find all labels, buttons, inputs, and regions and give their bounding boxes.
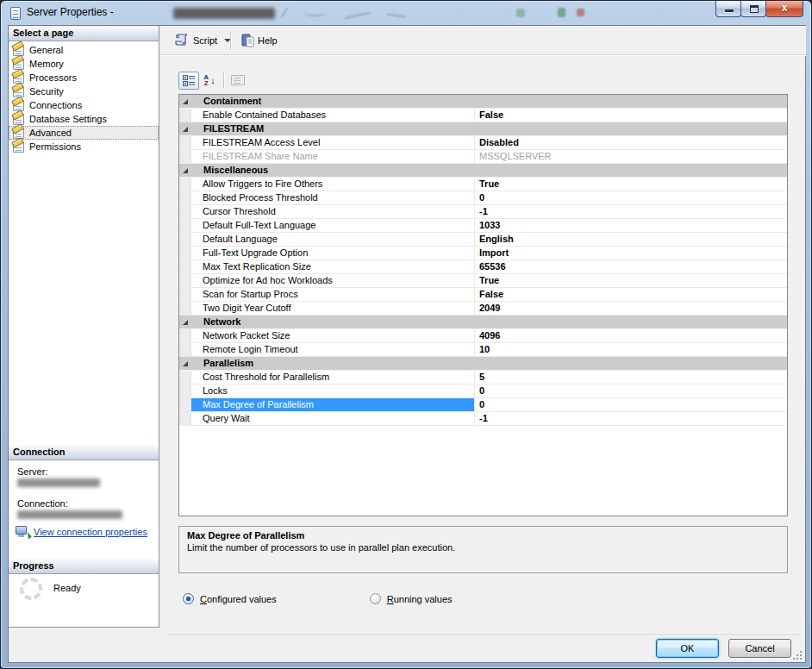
dialog-toolbar: Script Help <box>159 26 806 55</box>
property-label[interactable]: Network Packet Size <box>191 329 474 342</box>
property-row-enable-contained-databases[interactable]: Enable Contained DatabasesFalse <box>179 109 787 122</box>
property-pages-button[interactable] <box>228 72 248 90</box>
property-label[interactable]: Optimize for Ad hoc Workloads <box>191 274 474 287</box>
property-value[interactable]: 2049 <box>474 302 787 315</box>
property-value[interactable]: 0 <box>474 191 787 204</box>
property-value[interactable]: 65536 <box>474 260 787 273</box>
property-value[interactable]: Import <box>474 247 787 259</box>
sidebar-item-memory[interactable]: Memory <box>9 57 159 71</box>
property-label[interactable]: Default Full-Text Language <box>191 219 474 232</box>
collapse-triangle-icon[interactable] <box>183 127 188 132</box>
sidebar-item-advanced[interactable]: Advanced <box>9 126 159 140</box>
help-button[interactable]: Help <box>237 30 282 51</box>
property-label[interactable]: FILESTREAM Share Name <box>191 150 474 163</box>
property-value[interactable]: Disabled <box>474 136 787 149</box>
sidebar-item-general[interactable]: General <box>9 43 159 57</box>
property-label[interactable]: Max Degree of Parallelism <box>191 398 474 411</box>
property-row-locks[interactable]: Locks0 <box>179 385 787 398</box>
property-label[interactable]: Cursor Threshold <box>191 205 474 218</box>
property-value[interactable]: 10 <box>474 343 787 356</box>
collapse-triangle-icon[interactable] <box>183 320 188 325</box>
property-value[interactable]: -1 <box>474 412 787 425</box>
redacted-server-name-title <box>173 8 275 19</box>
property-row-query-wait[interactable]: Query Wait-1 <box>179 412 787 426</box>
property-value[interactable]: False <box>474 288 787 301</box>
view-connection-properties-link[interactable]: View connection properties <box>34 527 147 537</box>
sidebar-item-processors[interactable]: Processors <box>9 71 159 84</box>
property-label[interactable]: Two Digit Year Cutoff <box>191 302 474 315</box>
property-label[interactable]: Max Text Replication Size <box>191 260 474 273</box>
ok-button[interactable]: OK <box>656 639 719 658</box>
grid-category-network[interactable]: Network <box>179 316 787 329</box>
title-bar[interactable]: Server Properties - x <box>1 1 811 25</box>
property-value[interactable]: True <box>474 178 787 191</box>
property-row-default-language[interactable]: Default LanguageEnglish <box>179 233 787 247</box>
resize-grip[interactable] <box>793 651 802 660</box>
property-row-remote-login-timeout[interactable]: Remote Login Timeout10 <box>179 343 787 357</box>
property-value[interactable]: 4096 <box>474 329 787 342</box>
grid-category-parallelism[interactable]: Parallelism <box>179 357 787 371</box>
grid-category-miscellaneous[interactable]: Miscellaneous <box>179 164 787 178</box>
property-label[interactable]: Default Language <box>191 233 474 246</box>
property-value[interactable]: True <box>474 274 787 287</box>
script-button[interactable]: Script <box>170 30 235 51</box>
row-gutter <box>179 205 191 218</box>
property-label[interactable]: FILESTREAM Access Level <box>191 136 474 149</box>
property-value[interactable]: 5 <box>474 371 787 384</box>
property-row-cursor-threshold[interactable]: Cursor Threshold-1 <box>179 205 787 219</box>
property-row-cost-threshold-for-parallelism[interactable]: Cost Threshold for Parallelism5 <box>179 371 787 385</box>
collapse-triangle-icon[interactable] <box>183 361 188 366</box>
property-row-filestream-share-name[interactable]: FILESTREAM Share NameMSSQLSERVER <box>179 150 787 164</box>
grid-category-filestream[interactable]: FILESTREAM <box>179 122 787 136</box>
property-label[interactable]: Blocked Process Threshold <box>191 191 474 204</box>
property-row-filestream-access-level[interactable]: FILESTREAM Access LevelDisabled <box>179 136 787 150</box>
maximize-button[interactable] <box>740 1 766 17</box>
configured-values-radio[interactable]: Configured values <box>183 593 277 604</box>
property-label[interactable]: Scan for Startup Procs <box>191 288 474 301</box>
property-row-scan-for-startup-procs[interactable]: Scan for Startup ProcsFalse <box>179 288 787 302</box>
property-row-max-text-replication-size[interactable]: Max Text Replication Size65536 <box>179 260 787 274</box>
running-values-radio[interactable]: Running values <box>370 593 453 604</box>
property-row-max-degree-of-parallelism[interactable]: Max Degree of Parallelism0 <box>179 398 787 412</box>
sidebar-item-permissions[interactable]: Permissions <box>9 140 159 153</box>
property-value[interactable]: English <box>474 233 787 246</box>
page-icon <box>13 45 24 56</box>
property-row-allow-triggers-to-fire-others[interactable]: Allow Triggers to Fire OthersTrue <box>179 178 787 191</box>
property-value[interactable]: 0 <box>474 385 787 397</box>
property-row-network-packet-size[interactable]: Network Packet Size4096 <box>179 329 787 343</box>
minimize-button[interactable] <box>715 1 741 17</box>
property-value[interactable]: 0 <box>474 398 787 411</box>
configured-values-label: Configured values <box>200 594 277 604</box>
property-label[interactable]: Query Wait <box>191 412 474 425</box>
grid-category-containment[interactable]: Containment <box>179 95 787 109</box>
property-label[interactable]: Allow Triggers to Fire Others <box>191 178 474 191</box>
alphabetical-sort-button[interactable]: AZ ↓ <box>199 72 220 90</box>
property-value[interactable]: 1033 <box>474 219 787 232</box>
property-value[interactable]: -1 <box>474 205 787 218</box>
property-label[interactable]: Enable Contained Databases <box>191 109 474 122</box>
running-values-radio-icon[interactable] <box>370 593 381 604</box>
property-label[interactable]: Locks <box>191 385 474 397</box>
sidebar-item-label: Advanced <box>29 128 72 138</box>
cancel-button[interactable]: Cancel <box>728 639 791 658</box>
collapse-triangle-icon[interactable] <box>183 99 188 104</box>
property-row-two-digit-year-cutoff[interactable]: Two Digit Year Cutoff2049 <box>179 302 787 316</box>
property-label[interactable]: Remote Login Timeout <box>191 343 474 356</box>
sidebar-item-database-settings[interactable]: Database Settings <box>9 112 159 126</box>
collapse-triangle-icon[interactable] <box>183 168 188 173</box>
sidebar-item-security[interactable]: Security <box>9 84 159 98</box>
property-row-blocked-process-threshold[interactable]: Blocked Process Threshold0 <box>179 191 787 205</box>
property-grid[interactable]: ContainmentEnable Contained DatabasesFal… <box>178 94 788 516</box>
property-row-full-text-upgrade-option[interactable]: Full-Text Upgrade OptionImport <box>179 247 787 260</box>
configured-values-radio-icon[interactable] <box>183 593 194 604</box>
property-label[interactable]: Cost Threshold for Parallelism <box>191 371 474 384</box>
close-button[interactable]: x <box>765 1 803 17</box>
property-value[interactable]: False <box>474 109 787 122</box>
categorized-view-button[interactable] <box>178 72 199 90</box>
help-book-icon <box>241 34 254 47</box>
property-label[interactable]: Full-Text Upgrade Option <box>191 247 474 259</box>
sidebar-item-connections[interactable]: Connections <box>9 98 159 112</box>
progress-status: Ready <box>53 583 81 593</box>
property-row-optimize-for-ad-hoc-workloads[interactable]: Optimize for Ad hoc WorkloadsTrue <box>179 274 787 288</box>
property-row-default-full-text-language[interactable]: Default Full-Text Language1033 <box>179 219 787 233</box>
